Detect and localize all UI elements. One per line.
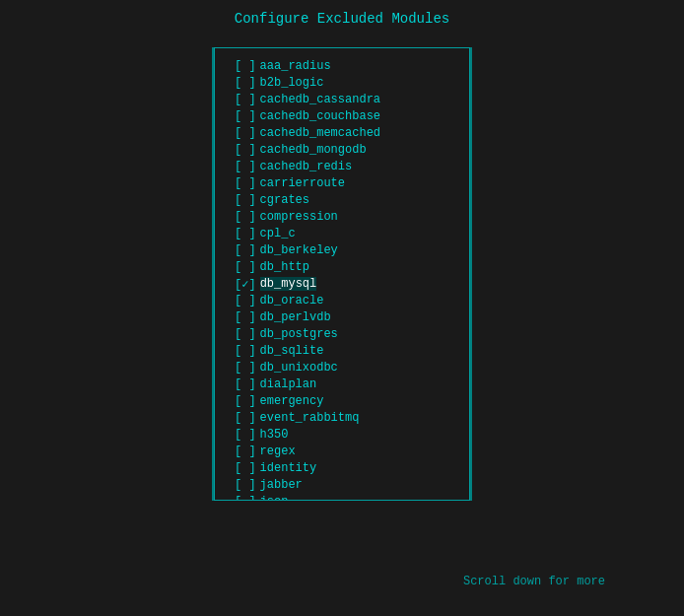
checkbox[interactable]: [ ] (235, 394, 256, 408)
list-item[interactable]: [ ]db_http (235, 259, 459, 275)
module-list[interactable]: [ ]aaa_radius[ ]b2b_logic[ ]cachedb_cass… (214, 47, 470, 501)
checkbox[interactable]: [ ] (235, 109, 256, 123)
checkbox[interactable]: [ ] (235, 411, 256, 425)
module-name: db_unixodbc (260, 361, 338, 375)
module-name: cachedb_memcached (260, 126, 380, 140)
list-item[interactable]: [ ]db_postgres (235, 326, 459, 342)
checkbox[interactable]: [ ] (235, 478, 256, 492)
checkbox[interactable]: [ ] (235, 143, 256, 157)
list-item[interactable]: [ ]carrierroute (235, 175, 459, 191)
module-name: b2b_logic (260, 76, 324, 90)
checkbox[interactable]: [ ] (235, 361, 256, 375)
list-item[interactable]: [ ]db_oracle (235, 293, 459, 308)
list-item[interactable]: [ ]emergency (235, 393, 459, 409)
checkbox[interactable]: [ ] (235, 59, 256, 73)
list-item[interactable]: [ ]db_sqlite (235, 343, 459, 359)
checkbox[interactable]: [ ] (235, 294, 256, 308)
module-name: cachedb_cassandra (260, 93, 380, 106)
module-name: identity (260, 461, 317, 475)
module-name: db_berkeley (260, 243, 338, 257)
module-name: json (260, 495, 289, 501)
checkbox[interactable]: [✓] (235, 277, 256, 292)
list-item[interactable]: [ ]regex (235, 444, 459, 459)
list-item[interactable]: [ ]cachedb_memcached (235, 125, 459, 141)
list-item[interactable]: [ ]db_perlvdb (235, 309, 459, 325)
list-item[interactable]: [ ]cgrates (235, 192, 459, 208)
checkbox[interactable]: [ ] (235, 93, 256, 106)
module-name: db_perlvdb (260, 310, 331, 324)
checkbox[interactable]: [ ] (235, 428, 256, 442)
checkbox[interactable]: [ ] (235, 377, 256, 391)
module-name: carrierroute (260, 176, 345, 190)
checkbox[interactable]: [ ] (235, 193, 256, 207)
list-item[interactable]: [ ]jabber (235, 477, 459, 493)
module-name: db_postgres (260, 327, 338, 341)
list-item[interactable]: [ ]b2b_logic (235, 75, 459, 91)
checkbox[interactable]: [ ] (235, 160, 256, 173)
checkbox[interactable]: [ ] (235, 210, 256, 224)
module-name: cpl_c (260, 227, 296, 240)
checkbox[interactable]: [ ] (235, 243, 256, 257)
module-name: compression (260, 210, 338, 224)
list-item[interactable]: [ ]compression (235, 209, 459, 225)
list-item[interactable]: [ ]cachedb_couchbase (235, 108, 459, 124)
checkbox[interactable]: [ ] (235, 344, 256, 358)
list-item[interactable]: [ ]aaa_radius (235, 58, 459, 74)
list-item[interactable]: [ ]db_berkeley (235, 242, 459, 258)
right-border (470, 47, 472, 501)
module-name: db_http (260, 260, 309, 274)
checkbox[interactable]: [ ] (235, 310, 256, 324)
header: Configure Excluded Modules (0, 0, 684, 37)
list-item[interactable]: [ ]cachedb_redis (235, 159, 459, 174)
list-item[interactable]: [ ]h350 (235, 427, 459, 443)
checkbox[interactable]: [ ] (235, 260, 256, 274)
checkbox[interactable]: [ ] (235, 126, 256, 140)
module-name: event_rabbitmq (260, 411, 360, 425)
page-title: Configure Excluded Modules (235, 11, 449, 27)
module-name: cachedb_mongodb (260, 143, 367, 157)
module-name: cgrates (260, 193, 309, 207)
page-container: Configure Excluded Modules [ ]aaa_radius… (0, 0, 684, 616)
module-name: db_sqlite (260, 344, 324, 358)
list-item[interactable]: [ ]json (235, 494, 459, 501)
module-name: cachedb_redis (260, 160, 353, 173)
list-item[interactable]: [ ]cachedb_mongodb (235, 142, 459, 158)
scroll-hint: Scroll down for more (463, 575, 605, 588)
list-item[interactable]: [ ]cachedb_cassandra (235, 92, 459, 107)
list-item[interactable]: [ ]event_rabbitmq (235, 410, 459, 426)
list-item[interactable]: [ ]dialplan (235, 376, 459, 392)
checkbox[interactable]: [ ] (235, 227, 256, 240)
module-name: jabber (260, 478, 303, 492)
checkbox[interactable]: [ ] (235, 76, 256, 90)
checkbox[interactable]: [ ] (235, 176, 256, 190)
checkbox[interactable]: [ ] (235, 495, 256, 501)
list-item[interactable]: [ ]db_unixodbc (235, 360, 459, 376)
checkbox[interactable]: [ ] (235, 461, 256, 475)
module-name: dialplan (260, 377, 317, 391)
module-name: db_oracle (260, 294, 324, 308)
module-name: regex (260, 445, 296, 458)
module-name: cachedb_couchbase (260, 109, 380, 123)
module-name: h350 (260, 428, 289, 442)
module-name: db_mysql (260, 277, 317, 291)
list-item[interactable]: [ ]identity (235, 460, 459, 476)
module-name: aaa_radius (260, 59, 331, 73)
checkbox[interactable]: [ ] (235, 445, 256, 458)
module-name: emergency (260, 394, 324, 408)
list-item[interactable]: [ ]cpl_c (235, 226, 459, 241)
checkbox[interactable]: [ ] (235, 327, 256, 341)
list-item[interactable]: [✓]db_mysql (235, 276, 459, 292)
